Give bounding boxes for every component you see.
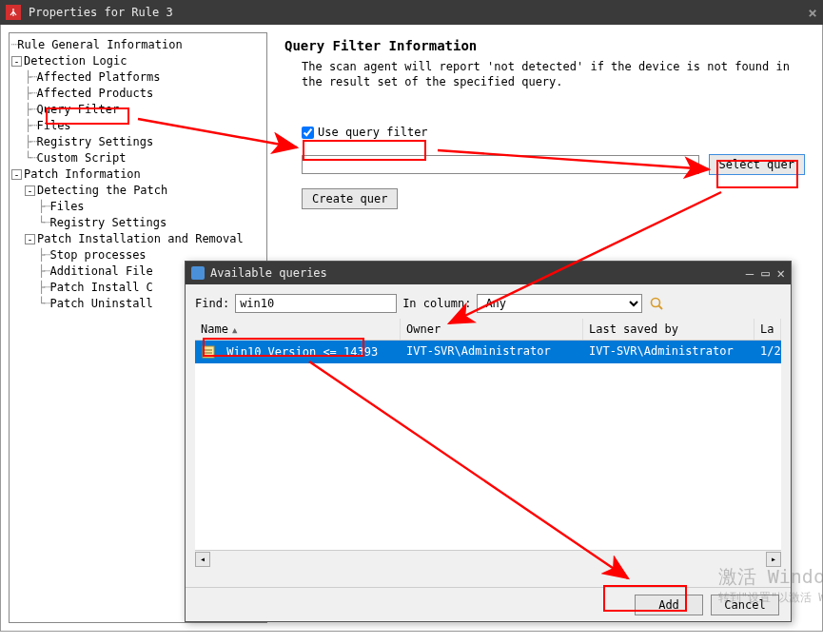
- maximize-icon[interactable]: ▭: [761, 265, 769, 281]
- available-queries-dialog: Available queries — ▭ ✕ Find: In column:…: [185, 261, 792, 622]
- select-query-button[interactable]: Select quer: [709, 154, 805, 175]
- use-query-filter-label: Use query filter: [318, 126, 428, 139]
- collapse-icon[interactable]: -: [11, 56, 22, 67]
- grid-header: Name▲ Owner Last saved by La: [195, 319, 781, 341]
- create-query-button[interactable]: Create quer: [302, 188, 398, 209]
- col-name[interactable]: Name▲: [195, 319, 401, 340]
- tree-item-files[interactable]: ├┈Files: [11, 118, 265, 134]
- sort-asc-icon: ▲: [232, 325, 237, 335]
- dialog-title: Available queries: [210, 266, 327, 280]
- scroll-left-icon[interactable]: ◂: [195, 552, 210, 567]
- use-query-filter-checkbox[interactable]: [302, 127, 314, 139]
- cell-last: 1/2: [754, 341, 781, 363]
- col-saved[interactable]: Last saved by: [583, 319, 754, 340]
- query-icon: [201, 344, 216, 360]
- dialog-titlebar: Available queries — ▭ ✕: [186, 262, 791, 284]
- find-label: Find:: [195, 297, 229, 310]
- cell-name: Win10 Version <= 14393: [226, 345, 378, 359]
- find-input[interactable]: [235, 294, 397, 313]
- cell-saved: IVT-SVR\Administrator: [583, 341, 754, 363]
- tree-item-detecting[interactable]: -Detecting the Patch: [11, 183, 265, 199]
- close-icon[interactable]: ×: [808, 4, 817, 22]
- tree-item-platforms[interactable]: ├┈Affected Platforms: [11, 69, 265, 86]
- dialog-close-icon[interactable]: ✕: [777, 265, 785, 281]
- col-owner[interactable]: Owner: [401, 319, 583, 340]
- panel-heading: Query Filter Information: [284, 38, 805, 53]
- window-title: Properties for Rule 3: [29, 6, 173, 19]
- titlebar: Properties for Rule 3 ×: [0, 0, 823, 25]
- results-grid: Name▲ Owner Last saved by La Win10 Versi…: [195, 319, 781, 567]
- tree-item-detecting-files[interactable]: ├┈Files: [11, 199, 265, 215]
- collapse-icon[interactable]: -: [25, 234, 35, 244]
- app-icon: [6, 5, 21, 20]
- add-button[interactable]: Add: [635, 595, 703, 615]
- tree-item-general[interactable]: ┈Rule General Information: [11, 37, 265, 53]
- cell-owner: IVT-SVR\Administrator: [401, 341, 583, 363]
- search-icon[interactable]: [648, 295, 665, 312]
- collapse-icon[interactable]: -: [25, 185, 35, 196]
- horizontal-scrollbar[interactable]: ◂ ▸: [195, 550, 781, 567]
- col-last[interactable]: La: [754, 319, 781, 340]
- tree-item-custom[interactable]: └┈Custom Script: [11, 150, 265, 166]
- tree-item-products[interactable]: ├┈Affected Products: [11, 86, 265, 102]
- tree-item-queryfilter[interactable]: ├┈Query Filter: [11, 102, 265, 118]
- grid-body: Win10 Version <= 14393 IVT-SVR\Administr…: [195, 341, 781, 550]
- tree-item-detection[interactable]: -Detection Logic: [11, 53, 265, 69]
- query-input[interactable]: [302, 155, 699, 174]
- collapse-icon[interactable]: -: [11, 169, 22, 180]
- minimize-icon[interactable]: —: [746, 265, 754, 281]
- panel-description: The scan agent will report 'not detected…: [302, 59, 805, 89]
- cancel-button[interactable]: Cancel: [711, 595, 779, 615]
- incolumn-select[interactable]: Any: [477, 294, 642, 313]
- svg-line-1: [659, 306, 663, 310]
- tree-item-install[interactable]: -Patch Installation and Removal: [11, 231, 265, 247]
- tree-item-registry[interactable]: ├┈Registry Settings: [11, 134, 265, 150]
- dialog-icon: [191, 266, 205, 280]
- tree-item-patch[interactable]: -Patch Information: [11, 166, 265, 183]
- svg-point-0: [652, 299, 660, 307]
- tree-item-detecting-registry[interactable]: └┈Registry Settings: [11, 215, 265, 231]
- table-row[interactable]: Win10 Version <= 14393 IVT-SVR\Administr…: [195, 341, 781, 363]
- incolumn-label: In column:: [402, 297, 471, 310]
- scroll-right-icon[interactable]: ▸: [766, 552, 781, 567]
